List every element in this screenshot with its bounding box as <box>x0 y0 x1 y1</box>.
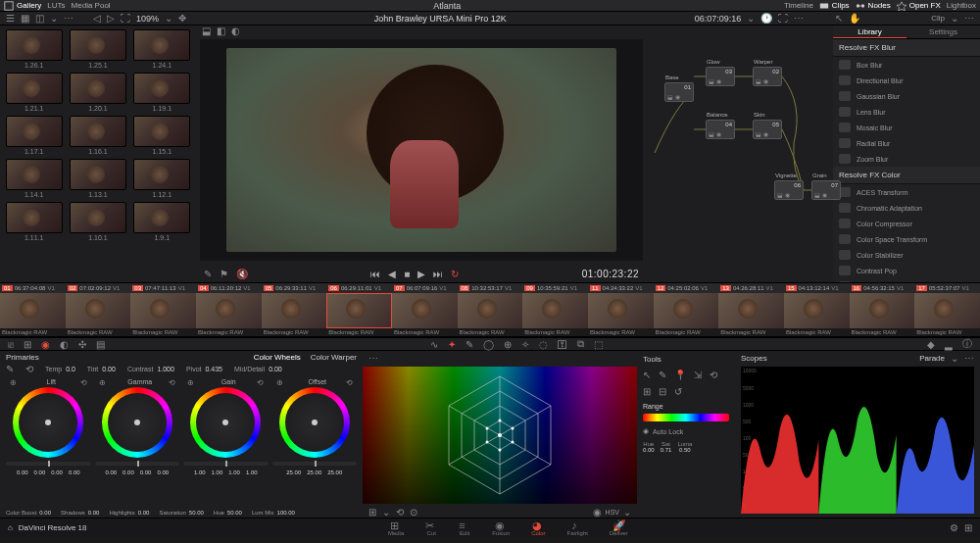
chevron-down-icon[interactable]: ⌄ <box>382 507 390 518</box>
rgb-mixer-icon[interactable]: ✣ <box>78 339 86 350</box>
gallery-still[interactable]: 1.24.1 <box>132 29 192 69</box>
offset-wheel[interactable] <box>279 387 350 458</box>
clips-toggle[interactable]: Clips <box>819 1 850 11</box>
tab-settings[interactable]: Settings <box>906 25 980 38</box>
reset-icon[interactable]: ⟲ <box>346 378 353 387</box>
expand-icon[interactable]: ⛶ <box>778 13 788 24</box>
fx-item[interactable]: Contrast Pop <box>833 263 980 278</box>
blur-icon[interactable]: ◌ <box>539 339 548 350</box>
bypass-icon[interactable]: ⬓ <box>202 25 211 36</box>
luts-toggle[interactable]: LUTs <box>47 1 65 10</box>
options-icon[interactable]: ⋯ <box>964 353 974 364</box>
fx-item[interactable]: Color Space Transform <box>833 231 980 247</box>
color-checker-icon[interactable]: ⊞ <box>24 339 31 350</box>
picker-icon[interactable]: ⊕ <box>10 378 17 387</box>
adjustment-field[interactable]: Shadows0.00 <box>61 510 99 516</box>
wheel-values[interactable]: 1.001.001.001.00 <box>194 469 258 475</box>
fx-item[interactable]: Mosaic Blur <box>833 120 980 135</box>
fx-item[interactable]: ACES Transform <box>833 184 980 200</box>
view-list-icon[interactable]: ☰ <box>6 13 15 24</box>
project-settings-icon[interactable]: ⚙ <box>950 522 958 533</box>
fx-item[interactable]: Color Stabilizer <box>833 247 980 263</box>
chevron-down-icon[interactable]: ⌄ <box>951 353 958 364</box>
chevron-down-icon[interactable]: ⌄ <box>951 13 958 24</box>
hsv-field[interactable]: Hue0.00 <box>643 441 655 453</box>
fx-item[interactable]: Zoom Blur <box>833 151 980 167</box>
gallery-still[interactable]: 1.25.1 <box>68 29 127 69</box>
camera-raw-icon[interactable]: ⎚ <box>8 339 14 350</box>
timeline-clip[interactable]: 0406:11:20:12V1Blackmagic RAW <box>196 283 262 336</box>
mute-icon[interactable]: 🔇 <box>236 269 248 279</box>
fx-item[interactable]: Chromatic Adaptation <box>833 200 980 216</box>
timeline-toggle[interactable]: Timeline <box>784 1 813 10</box>
wheel-values[interactable]: 0.000.000.000.00 <box>105 469 169 475</box>
lift-wheel[interactable] <box>13 387 83 458</box>
options-icon[interactable]: ⋯ <box>964 13 974 24</box>
options-icon[interactable]: ⊙ <box>410 507 417 518</box>
timeline-clip[interactable]: 1604:56:32:15V1Blackmagic RAW <box>850 283 915 336</box>
timeline-clip[interactable]: 1304:26:28:11V1Blackmagic RAW <box>718 283 784 336</box>
sizing-icon[interactable]: ⧉ <box>577 338 584 350</box>
picker-icon[interactable]: ⊕ <box>187 378 194 387</box>
gallery-still[interactable]: 1.16.1 <box>68 116 127 155</box>
thumbnail-timeline[interactable]: 0106:37:04:08V1Blackmagic RAW0207:02:09:… <box>0 282 980 337</box>
cursor-icon[interactable]: ↖ <box>835 13 843 24</box>
timeline-clip[interactable]: 1104:24:33:22V1Blackmagic RAW <box>588 283 654 336</box>
color-warper-canvas[interactable] <box>363 367 637 504</box>
home-icon[interactable]: ⌂ <box>8 523 13 532</box>
prev-frame-icon[interactable]: ◀ <box>388 269 396 279</box>
gallery-still[interactable]: 1.14.1 <box>4 159 64 198</box>
auto-balance-icon[interactable]: ⟲ <box>25 364 33 374</box>
pin-tool-icon[interactable]: 📍 <box>674 370 686 380</box>
smooth-tool-icon[interactable]: ⊞ <box>643 386 651 397</box>
options-icon[interactable]: ⋯ <box>368 353 378 364</box>
gallery-toggle[interactable]: Gallery <box>4 1 41 11</box>
flag-icon[interactable]: ⚑ <box>220 269 228 279</box>
key-icon[interactable]: ⚿ <box>558 339 567 350</box>
reset-icon[interactable]: ⟲ <box>396 507 404 518</box>
picker-icon[interactable]: ⊕ <box>99 378 106 387</box>
timeline-clip[interactable]: 1504:13:12:14V1Blackmagic RAW <box>784 283 850 336</box>
timeline-clip[interactable]: 0706:07:09:16V1Blackmagic RAW <box>392 283 458 336</box>
draw-tool-icon[interactable]: ✎ <box>659 370 666 380</box>
page-fusion[interactable]: ◉Fusion <box>492 519 510 536</box>
gallery-still[interactable]: 1.20.1 <box>68 73 127 112</box>
reset-tool-icon[interactable]: ↺ <box>674 386 682 397</box>
chevron-down-icon[interactable]: ⌄ <box>165 13 172 24</box>
hsv-field[interactable]: Luma0.50 <box>677 441 692 453</box>
timeline-clip[interactable]: 0810:32:53:17V1Blackmagic RAW <box>458 283 523 336</box>
node-base[interactable]: Base01⬓ ◉ <box>664 82 694 102</box>
options-icon[interactable]: ⋯ <box>794 13 804 24</box>
reset-icon[interactable]: ⟲ <box>257 378 264 387</box>
chevron-down-icon[interactable]: ⌄ <box>623 507 631 518</box>
timeline-clip[interactable]: 0910:35:59:21V1Blackmagic RAW <box>522 283 588 336</box>
wheel-values[interactable]: 25.0025.0025.00 <box>286 469 342 475</box>
project-manager-icon[interactable]: ⊞ <box>964 522 972 533</box>
timeline-clip[interactable]: 0506:29:33:11V1Blackmagic RAW <box>262 283 327 336</box>
gamma-master-slider[interactable] <box>95 462 180 466</box>
hue-range-slider[interactable] <box>643 414 729 421</box>
gallery-still[interactable]: 1.21.1 <box>4 73 64 112</box>
gallery-still[interactable]: 1.11.1 <box>4 202 64 241</box>
fx-item[interactable]: Radial Blur <box>833 135 980 151</box>
page-media[interactable]: ⊞Media <box>388 519 404 536</box>
reset-icon[interactable]: ⟲ <box>80 378 87 387</box>
split-icon[interactable]: ◧ <box>217 25 225 36</box>
gallery-still[interactable]: 1.17.1 <box>4 116 64 155</box>
openfx-toggle[interactable]: Open FX <box>897 1 941 11</box>
marker-icon[interactable]: ✎ <box>204 269 212 279</box>
adjustment-field[interactable]: Lum Mix100.00 <box>252 510 295 516</box>
page-fairlight[interactable]: ♪Fairlight <box>567 519 588 536</box>
adjustment-field[interactable]: Highlights0.00 <box>109 510 149 516</box>
parade-scope[interactable]: 1000050001000500100501050 <box>741 367 974 514</box>
node-grain[interactable]: Grain07⬓ ◉ <box>811 180 841 200</box>
gallery-still[interactable]: 1.12.1 <box>132 159 192 198</box>
node-vignette[interactable]: Vignette06⬓ ◉ <box>774 180 804 200</box>
tab-library[interactable]: Library <box>833 25 906 38</box>
zoom-fit-icon[interactable]: ⛶ <box>121 13 130 24</box>
arrow-right-icon[interactable]: ▷ <box>107 13 115 24</box>
page-color[interactable]: ◕Color <box>531 519 545 536</box>
media-pool-toggle[interactable]: Media Pool <box>72 1 111 10</box>
highlight-icon[interactable]: ◐ <box>231 25 240 36</box>
nodes-toggle[interactable]: Nodes <box>856 1 891 11</box>
